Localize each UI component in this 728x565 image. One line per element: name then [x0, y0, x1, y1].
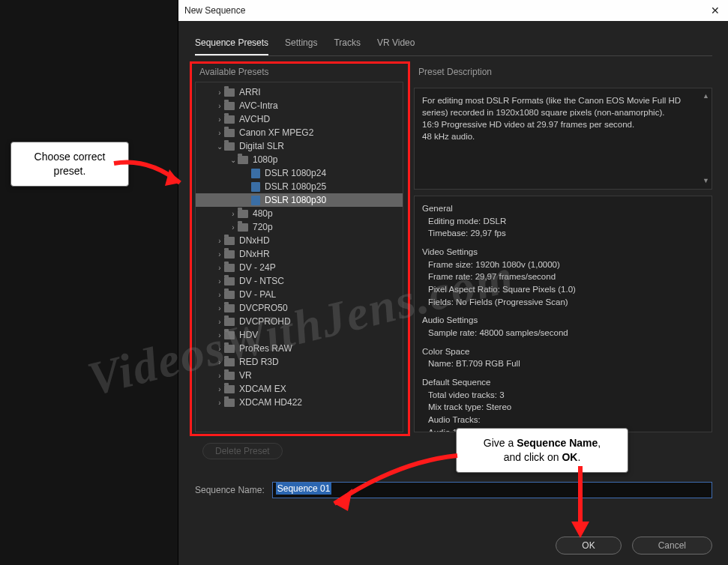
folder-icon: [238, 210, 248, 218]
detail-line: Sample rate: 48000 samples/second: [422, 327, 704, 339]
folder-icon: [224, 331, 235, 339]
preset-folder[interactable]: ›Canon XF MPEG2: [196, 126, 403, 139]
cancel-button[interactable]: Cancel: [632, 537, 712, 555]
preset-folder[interactable]: ›DVCPROHD: [196, 315, 403, 328]
preset-file-icon: [251, 196, 260, 205]
chevron-right-icon[interactable]: ›: [215, 88, 224, 97]
tree-label: DSLR 1080p24: [265, 168, 326, 178]
folder-icon: [224, 304, 235, 312]
description-line: 48 kHz audio.: [422, 130, 704, 142]
preset-folder[interactable]: ›DVCPRO50: [196, 301, 403, 315]
description-line: For editing most DSLR Formats (like the …: [422, 94, 704, 118]
chevron-right-icon[interactable]: ›: [215, 129, 224, 137]
detail-group-heading: Video Settings: [422, 246, 704, 259]
tree-label: XDCAM EX: [239, 384, 286, 394]
tab-tracks[interactable]: Tracks: [334, 34, 361, 55]
preset-details-box: GeneralEditing mode: DSLRTimebase: 29,97…: [414, 196, 712, 432]
folder-icon: [224, 345, 235, 353]
sequence-name-label: Sequence Name:: [195, 485, 265, 495]
detail-line: Fields: No Fields (Progressive Scan): [422, 296, 704, 309]
dialog-title: New Sequence: [184, 5, 708, 16]
chevron-right-icon[interactable]: ›: [215, 115, 224, 124]
chevron-down-icon[interactable]: ⌄: [215, 142, 224, 151]
chevron-right-icon[interactable]: ›: [215, 291, 224, 299]
tab-sequence-presets[interactable]: Sequence Presets: [195, 34, 268, 55]
folder-icon: [238, 156, 248, 164]
ok-button[interactable]: OK: [556, 537, 621, 555]
chevron-right-icon[interactable]: ›: [215, 358, 224, 366]
preset-folder[interactable]: ›HDV: [196, 328, 403, 342]
tab-vr-video[interactable]: VR Video: [377, 34, 415, 55]
preset-item[interactable]: DSLR 1080p24: [196, 166, 403, 180]
scroll-up-icon[interactable]: ▲: [703, 91, 710, 101]
chevron-right-icon[interactable]: ›: [215, 102, 224, 110]
tree-label: DV - 24P: [239, 262, 276, 273]
tree-label: Canon XF MPEG2: [239, 127, 313, 138]
preset-tree[interactable]: ›ARRI›AVC-Intra›AVCHD›Canon XF MPEG2⌄Dig…: [195, 82, 403, 432]
tree-label: AVCHD: [239, 114, 270, 124]
chevron-right-icon[interactable]: ›: [215, 250, 224, 259]
preset-file-icon: [251, 169, 260, 178]
preset-folder[interactable]: ›480p: [196, 207, 403, 220]
preset-folder[interactable]: ›VR: [196, 369, 403, 382]
folder-icon: [224, 129, 235, 137]
tree-label: Digital SLR: [239, 141, 284, 151]
chevron-right-icon[interactable]: ›: [229, 210, 238, 218]
tree-label: ARRI: [239, 87, 261, 97]
available-presets-label: Available Presets: [199, 67, 403, 77]
sequence-name-input[interactable]: Sequence 01: [272, 482, 712, 498]
chevron-right-icon[interactable]: ›: [215, 264, 224, 272]
preset-folder[interactable]: ›ARRI: [196, 85, 403, 99]
folder-icon: [224, 237, 235, 245]
chevron-right-icon[interactable]: ›: [215, 385, 224, 393]
preset-folder[interactable]: ›DV - PAL: [196, 288, 403, 301]
folder-icon: [224, 88, 235, 97]
chevron-right-icon[interactable]: ›: [215, 304, 224, 312]
chevron-right-icon[interactable]: ›: [229, 223, 238, 232]
close-icon[interactable]: ✕: [708, 4, 723, 16]
detail-group-heading: Default Sequence: [422, 376, 704, 389]
preset-folder[interactable]: ›DNxHD: [196, 234, 403, 247]
chevron-right-icon[interactable]: ›: [215, 318, 224, 326]
chevron-down-icon[interactable]: ⌄: [229, 156, 238, 164]
preset-folder[interactable]: ›RED R3D: [196, 355, 403, 369]
tree-label: DNxHR: [239, 249, 270, 259]
chevron-right-icon[interactable]: ›: [215, 331, 224, 339]
detail-line: Audio Tracks:: [422, 414, 704, 426]
preset-folder[interactable]: ›DV - NTSC: [196, 274, 403, 288]
preset-folder[interactable]: ›720p: [196, 220, 403, 234]
preset-item[interactable]: DSLR 1080p25: [196, 180, 403, 193]
scroll-down-icon[interactable]: ▼: [703, 176, 710, 186]
preset-folder[interactable]: ›ProRes RAW: [196, 342, 403, 355]
tree-label: ProRes RAW: [239, 343, 292, 354]
preset-folder[interactable]: ›DV - 24P: [196, 261, 403, 274]
detail-line: Frame size: 1920h 1080v (1,0000): [422, 259, 704, 271]
preset-folder[interactable]: ⌄Digital SLR: [196, 139, 403, 153]
new-sequence-dialog: New Sequence ✕ Sequence PresetsSettingsT…: [178, 0, 728, 565]
app-background-left: [0, 0, 178, 565]
detail-line: Timebase: 29,97 fps: [422, 227, 704, 240]
preset-item[interactable]: DSLR 1080p30: [196, 193, 403, 207]
tree-label: AVC-Intra: [239, 100, 278, 111]
preset-folder[interactable]: ›XDCAM HD422: [196, 396, 403, 409]
preset-folder[interactable]: ›DNxHR: [196, 247, 403, 261]
delete-preset-button: Delete Preset: [202, 443, 283, 459]
detail-group-heading: Audio Settings: [422, 314, 704, 327]
chevron-right-icon[interactable]: ›: [215, 372, 224, 380]
chevron-right-icon[interactable]: ›: [215, 345, 224, 353]
chevron-right-icon[interactable]: ›: [215, 277, 224, 285]
chevron-right-icon[interactable]: ›: [215, 399, 224, 407]
tree-label: DV - NTSC: [239, 276, 284, 286]
preset-folder[interactable]: ›AVC-Intra: [196, 99, 403, 112]
detail-line: Name: BT.709 RGB Full: [422, 357, 704, 370]
detail-group-heading: General: [422, 202, 704, 215]
preset-folder[interactable]: ›AVCHD: [196, 112, 403, 126]
detail-line: Editing mode: DSLR: [422, 215, 704, 228]
preset-folder[interactable]: ⌄1080p: [196, 153, 403, 166]
folder-icon: [224, 318, 235, 326]
tree-label: DNxHD: [239, 235, 270, 246]
chevron-right-icon[interactable]: ›: [215, 237, 224, 245]
tab-settings[interactable]: Settings: [285, 34, 317, 55]
detail-line: Frame rate: 29,97 frames/second: [422, 271, 704, 283]
preset-folder[interactable]: ›XDCAM EX: [196, 382, 403, 396]
